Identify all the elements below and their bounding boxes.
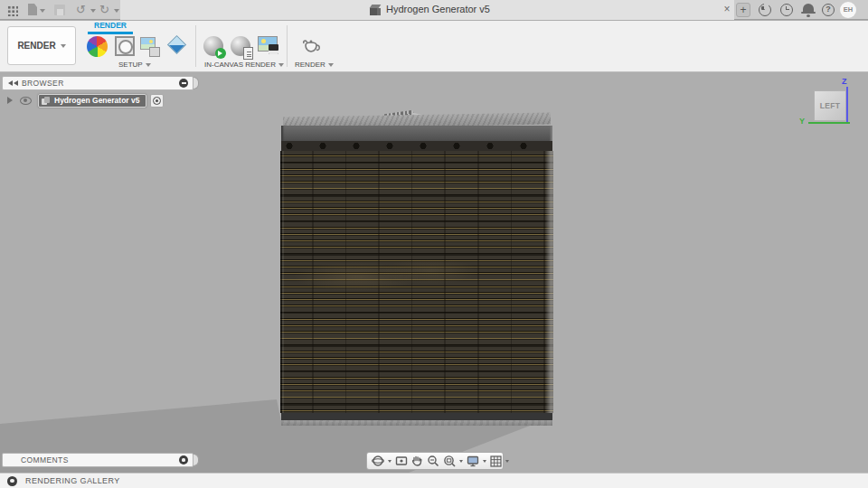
extensions-icon[interactable] [759,4,771,16]
navigation-bar [366,452,504,470]
workspace-caret-down-icon [61,44,66,48]
look-at-icon[interactable] [395,455,408,467]
comments-panel-title: COMMENTS [21,455,69,465]
browser-root-row[interactable]: Hydrogen Generator v5 [7,93,164,108]
grid-layout-icon[interactable] [490,455,502,467]
activate-component-radio[interactable] [150,94,164,108]
model-lid-side [281,126,552,141]
model-fin-stack [280,151,553,413]
document-title: Hydrogen Generator v5 [386,4,490,14]
document-cube-icon [370,5,381,15]
display-settings-icon[interactable] [467,455,479,467]
tab-render-underline [88,32,133,34]
texture-map-controls-icon[interactable] [167,35,186,54]
in-canvas-render-settings-icon[interactable] [231,36,250,56]
user-avatar[interactable]: EH [840,2,856,18]
model-bolt-row [281,141,552,151]
browser-item-hydrogen-generator[interactable]: Hydrogen Generator v5 [38,94,146,108]
toolbar-divider [287,25,288,67]
browser-panel-title: BROWSER [22,79,64,88]
axis-z-line [846,87,848,123]
scene-settings-icon[interactable] [115,36,135,56]
comments-options-icon[interactable] [179,455,188,465]
in-canvas-caret-down-icon [278,63,284,67]
grid-caret-down-icon[interactable] [505,460,509,463]
render-teapot-icon[interactable] [297,36,325,61]
workspace-selector-button[interactable]: RENDER [7,26,76,65]
undo-caret-down-icon[interactable] [90,9,96,13]
comments-panel-header[interactable]: COMMENTS [2,453,193,467]
viewport-canvas[interactable]: LEFT Z Y BROWSER Hydrogen Generator v5 [0,73,868,473]
in-canvas-render-icon[interactable] [203,36,223,56]
fit-zoom-window-icon[interactable] [443,455,456,467]
title-bar: ↺ ↻ Hydrogen Generator v5 × + ? EH [0,0,868,20]
axis-z-label: Z [842,77,847,86]
redo-icon[interactable]: ↻ [99,3,109,16]
hydrogen-generator-model[interactable] [280,112,553,426]
capture-image-icon[interactable] [258,36,278,52]
undo-icon[interactable]: ↺ [76,3,86,16]
render-group-text: RENDER [295,61,326,69]
redo-caret-down-icon[interactable] [114,9,119,13]
toolbar-divider [195,25,196,67]
rendering-gallery-icon[interactable] [7,476,17,486]
in-canvas-render-group-label[interactable]: IN-CANVAS RENDER [204,61,284,69]
pan-hand-icon[interactable] [411,455,423,467]
orbit-caret-down-icon[interactable] [388,460,392,463]
new-tab-button[interactable]: + [736,3,750,17]
axis-y-label: Y [799,117,805,126]
zoom-icon[interactable] [427,455,439,467]
rendering-gallery-label[interactable]: RENDERING GALLERY [25,476,120,485]
model-bottom-bevel [281,420,552,426]
browser-options-icon[interactable] [179,79,188,88]
expand-arrow-icon[interactable] [7,97,13,104]
help-icon[interactable]: ? [822,4,835,16]
decal-icon[interactable] [140,37,156,50]
orbit-icon[interactable] [372,455,384,467]
axis-y-line [808,122,850,124]
fusion-window: ↺ ↻ Hydrogen Generator v5 × + ? EH RENDE… [0,0,868,488]
save-icon[interactable] [54,5,65,15]
workspace-selector-label: RENDER [17,41,55,51]
file-caret-down-icon[interactable] [40,9,45,13]
component-icon [42,97,50,105]
tab-close-button[interactable]: × [721,3,733,15]
toolbar: RENDER RENDER SETUP IN-CANVAS RENDER [0,21,868,72]
notifications-bell-icon[interactable] [803,4,814,13]
viewcube-left-face[interactable]: LEFT [814,90,846,121]
app-launcher-icon[interactable] [7,5,18,16]
visibility-eye-icon[interactable] [20,97,32,105]
render-caret-down-icon [328,63,334,67]
appearance-color-wheel-icon[interactable] [87,36,108,57]
display-caret-down-icon[interactable] [483,460,486,463]
in-canvas-render-group-text: IN-CANVAS RENDER [204,61,276,69]
setup-caret-down-icon [146,63,151,67]
render-group-label[interactable]: RENDER [295,61,334,69]
file-menu-icon[interactable] [28,4,37,15]
setup-group-label[interactable]: SETUP [118,61,151,69]
setup-group-text: SETUP [118,61,143,69]
model-base-band [281,413,552,420]
browser-panel-header[interactable]: BROWSER [2,76,193,90]
collapse-panel-icon[interactable] [8,80,18,86]
job-status-clock-icon[interactable] [780,4,793,16]
browser-item-label: Hydrogen Generator v5 [54,96,139,105]
fit-caret-down-icon[interactable] [459,460,463,463]
status-bar: RENDERING GALLERY [0,473,868,488]
